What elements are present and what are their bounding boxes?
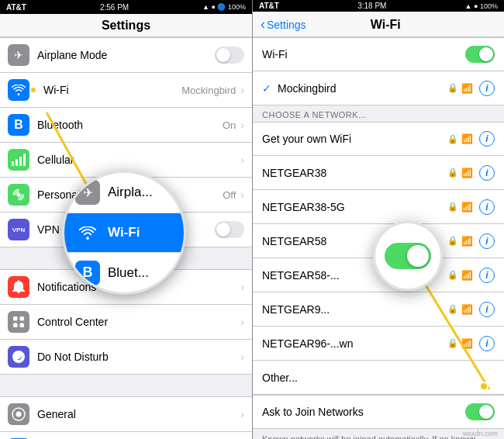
row-airplane[interactable]: ✈ Airplane Mode [0,37,252,73]
big-toggle[interactable] [385,243,431,269]
cellular-icon [8,149,29,171]
time-right: 3:18 PM [357,2,386,10]
network-row-5[interactable]: NETGEAR9... 🔒 📶 i [253,292,504,327]
back-chevron-icon: ‹ [261,16,265,33]
info-btn-5[interactable]: i [479,302,495,317]
magnify-wifi-icon [75,220,100,245]
row-bluetooth[interactable]: B Bluetooth On › [0,108,252,143]
network-row-0[interactable]: Get your own WiFi 🔒 📶 i [253,122,504,156]
carrier-left: AT&T [6,3,26,12]
network-name-5: NETGEAR9... [262,303,447,316]
network-icons-4: 🔒 📶 i [447,268,495,283]
signal-icon-2: 📶 [461,202,473,213]
connected-network-row[interactable]: ✓ Mockingbird 🔒 📶 i [253,71,504,105]
network-name-0: Get your own WiFi [262,133,447,145]
signal-icon-1: 📶 [461,168,473,178]
ask-join-section[interactable]: Ask to Join Networks [253,395,504,429]
network-name-1: NETGEAR38 [262,167,447,179]
wifi-main-row[interactable]: Wi-Fi [253,37,504,71]
checkmark-icon: ✓ [262,82,271,95]
info-btn-6[interactable]: i [479,336,495,351]
bluetooth-chevron: › [240,119,244,131]
svg-point-10 [16,412,22,417]
hotspot-icon [8,184,29,206]
row-general[interactable]: General › [0,396,252,432]
left-nav-bar: Settings [0,14,252,37]
vpn-toggle[interactable] [215,221,244,238]
info-button[interactable]: i [479,81,495,96]
ask-join-toggle[interactable] [465,403,495,420]
row-wifi[interactable]: Wi-Fi Mockingbird › [0,73,252,108]
control-chevron: › [240,316,244,328]
network-row-2[interactable]: NETGEAR38-5G 🔒 📶 i [253,190,504,224]
network-row-6[interactable]: NETGEAR96-...wn 🔒 📶 i [253,327,504,361]
wifi-main-label: Wi-Fi [262,48,465,60]
section-display: General › Dis [0,396,252,439]
network-row-other[interactable]: Other... [253,361,504,395]
airplane-icon: ✈ [8,44,29,66]
network-row-1[interactable]: NETGEAR38 🔒 📶 i [253,156,504,190]
wifi-icon [8,79,29,101]
info-btn-1[interactable]: i [479,165,495,181]
network-name-2: NETGEAR38-5G [262,201,447,213]
network-icons-6: 🔒 📶 i [447,336,495,351]
network-name-other: Other... [262,372,495,384]
right-panel: AT&T 3:18 PM ▲ ● 100% ‹ Settings Wi-Fi W… [252,0,504,439]
svg-rect-2 [19,157,22,166]
row-dnd[interactable]: Do Not Disturb › [0,340,252,375]
network-icons-1: 🔒 📶 i [447,165,495,181]
back-button[interactable]: ‹ Settings [261,16,306,33]
yellow-dot-right [479,382,488,391]
info-btn-0[interactable]: i [479,131,495,147]
magnify-overlay: ✈ Airpla... Wi-Fi B Bluet... [62,171,186,295]
row-control[interactable]: Control Center › [0,305,252,340]
magnify-item-wifi: Wi-Fi [64,213,184,254]
info-btn-4[interactable]: i [479,268,495,283]
cellular-chevron: › [240,154,244,166]
ask-join-label: Ask to Join Networks [262,406,465,418]
connected-network-icons: 🔒 📶 i [447,81,495,96]
row-display[interactable]: Display & Brightness › [0,432,252,439]
lock-icon-0: 🔒 [447,134,458,144]
airplane-toggle[interactable] [215,47,244,64]
right-nav-bar: ‹ Settings Wi-Fi [253,12,504,37]
notifications-icon [8,276,29,298]
signal-icon-5: 📶 [461,304,473,315]
wifi-signal-icon: 📶 [461,83,473,94]
svg-point-4 [17,193,21,197]
network-icons-2: 🔒 📶 i [447,199,495,215]
info-btn-3[interactable]: i [479,233,495,249]
svg-rect-6 [20,316,25,321]
dnd-icon [8,346,29,368]
status-bar-right: AT&T 3:18 PM ▲ ● 100% [253,0,504,12]
toggle-circle-overlay [373,221,443,291]
bluetooth-label: Bluetooth [37,119,223,131]
carrier-right: AT&T [259,2,279,10]
notifications-chevron: › [240,281,244,293]
status-icons-right: ▲ ● 100% [465,2,498,10]
status-bar-left: AT&T 2:56 PM ▲ ● 🔵 100% [0,0,252,14]
airplane-label: Airplane Mode [37,49,215,61]
dnd-label: Do Not Disturb [37,351,240,363]
network-icons-0: 🔒 📶 i [447,131,495,147]
wifi-label: Wi-Fi [43,84,181,96]
separator-2 [0,375,252,396]
wifi-chevron: › [240,84,244,96]
magnify-wifi-label: Wi-Fi [108,225,140,240]
svg-rect-5 [13,316,18,321]
magnify-airplane-label: Airpla... [108,185,153,200]
general-icon [8,403,29,425]
network-icons-3: 🔒 📶 i [447,233,495,249]
wifi-main-toggle[interactable] [465,46,495,63]
svg-rect-0 [12,161,14,166]
network-name-6: NETGEAR96-...wn [262,337,447,350]
info-btn-2[interactable]: i [479,199,495,215]
lock-icon-4: 🔒 [447,270,458,280]
wifi-value: Mockingbird [181,85,236,96]
cellular-label: Cellular [37,154,240,166]
control-icon [8,311,29,333]
status-icons-left: ▲ ● 🔵 100% [202,3,246,11]
left-panel: AT&T 2:56 PM ▲ ● 🔵 100% Settings ✈ Airpl… [0,0,252,439]
signal-icon-6: 📶 [461,338,473,349]
control-label: Control Center [37,316,240,328]
